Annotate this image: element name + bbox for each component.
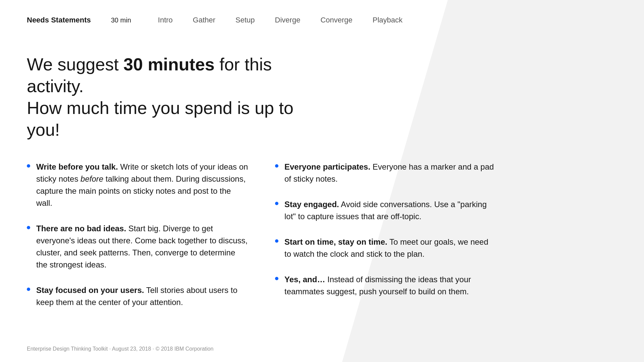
bullet-text-5: Stay engaged. Avoid side conversations. … (284, 198, 496, 223)
bullet-text-2: There are no bad ideas. Start big. Diver… (36, 223, 248, 271)
headline: We suggest 30 minutes for this activity.… (27, 54, 295, 141)
footer-text: Enterprise Design Thinking Toolkit · Aug… (27, 346, 213, 352)
bullets-left: Write before you talk. Write or sketch l… (27, 161, 248, 322)
nav-item-converge[interactable]: Converge (320, 16, 352, 24)
nav-item-setup[interactable]: Setup (235, 16, 255, 24)
bullet-dot-6 (275, 239, 278, 243)
nav-item-gather[interactable]: Gather (193, 16, 215, 24)
bullet-item-7: Yes, and… Instead of dismissing the idea… (275, 274, 496, 298)
bullets-right: Everyone participates. Everyone has a ma… (275, 161, 496, 322)
main-content: We suggest 30 minutes for this activity.… (0, 40, 644, 322)
bullet-item-2: There are no bad ideas. Start big. Diver… (27, 223, 248, 271)
bullet-text-1: Write before you talk. Write or sketch l… (36, 161, 248, 209)
bullet-item-6: Start on time, stay on time. To meet our… (275, 236, 496, 260)
bullet-item-1: Write before you talk. Write or sketch l… (27, 161, 248, 209)
bullet-dot-2 (27, 226, 30, 229)
bullets-container: Write before you talk. Write or sketch l… (27, 161, 496, 322)
bullet-dot-5 (275, 202, 278, 205)
bullet-dot-3 (27, 288, 30, 291)
header: Needs Statements 30 min Intro Gather Set… (0, 0, 644, 40)
bullet-item-5: Stay engaged. Avoid side conversations. … (275, 198, 496, 223)
bullet-text-4: Everyone participates. Everyone has a ma… (284, 161, 496, 185)
bullet-dot-1 (27, 164, 30, 168)
time-label: 30 min (111, 16, 131, 24)
bullet-text-6: Start on time, stay on time. To meet our… (284, 236, 496, 260)
bullet-dot-4 (275, 164, 278, 168)
nav-item-intro[interactable]: Intro (158, 16, 173, 24)
bullet-dot-7 (275, 277, 278, 280)
bullet-text-7: Yes, and… Instead of dismissing the idea… (284, 274, 496, 298)
nav-item-diverge[interactable]: Diverge (275, 16, 301, 24)
bullet-text-3: Stay focused on your users. Tell stories… (36, 284, 248, 308)
bullet-item-4: Everyone participates. Everyone has a ma… (275, 161, 496, 185)
navigation: Intro Gather Setup Diverge Converge Play… (158, 16, 402, 24)
page-title: Needs Statements (27, 16, 91, 24)
footer: Enterprise Design Thinking Toolkit · Aug… (27, 346, 213, 352)
nav-item-playback[interactable]: Playback (373, 16, 402, 24)
bullet-item-3: Stay focused on your users. Tell stories… (27, 284, 248, 308)
